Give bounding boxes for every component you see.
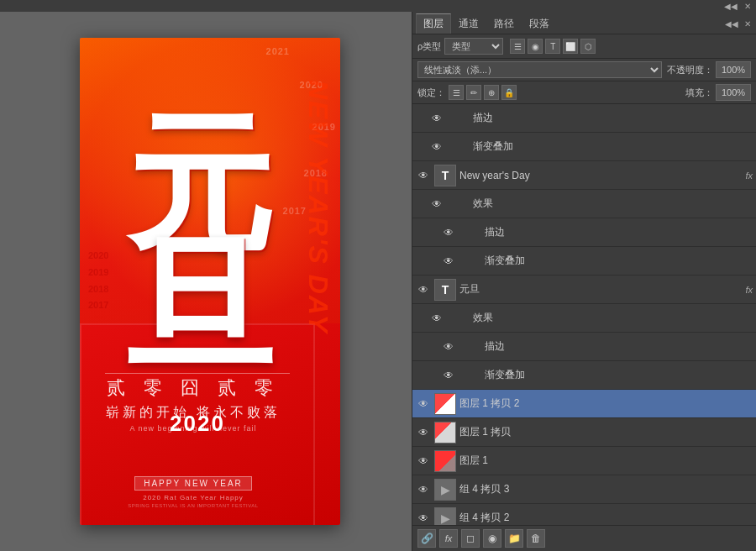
fill-input[interactable] bbox=[716, 84, 751, 101]
eye-icon-13[interactable]: 👁 bbox=[416, 454, 431, 469]
adjustment-btn[interactable]: ◉ bbox=[483, 529, 501, 548]
layer-1[interactable]: 👁 图层 1 bbox=[412, 447, 756, 475]
layer-miao-bian-3[interactable]: 👁 描边 bbox=[412, 333, 756, 361]
blend-mode-select[interactable]: 线性减淡（添...） bbox=[417, 61, 662, 78]
eye-icon-5[interactable]: 👁 bbox=[441, 225, 456, 240]
subtitle-cn-1: 贰 零 囧 贰 零 bbox=[97, 375, 290, 401]
fill-control: 填充： bbox=[685, 84, 751, 101]
layer-new-years-day[interactable]: 👁 T New year's Day fx bbox=[412, 161, 756, 190]
layers-panel: 图层 通道 路径 段落 ◀◀ ✕ ρ类型 类型 ☰ ◉ T ⬜ ⬡ bbox=[412, 12, 756, 551]
layer-gradient-overlay-1[interactable]: 👁 渐变叠加 bbox=[412, 133, 756, 161]
layer-thumb-text-1: T bbox=[434, 165, 456, 186]
lock-icon-draw[interactable]: ✏ bbox=[466, 85, 481, 100]
eye-icon-11[interactable]: 👁 bbox=[416, 396, 431, 412]
filter-icon-smart[interactable]: ⬡ bbox=[580, 39, 596, 54]
layer-name-gradient-3: 渐变叠加 bbox=[485, 368, 753, 382]
subtitle-en: A new beginning will never fail bbox=[97, 424, 290, 433]
eye-icon-7[interactable]: 👁 bbox=[416, 282, 431, 297]
eye-icon-14[interactable]: 👁 bbox=[416, 482, 431, 497]
filter-icon-list[interactable]: ☰ bbox=[510, 39, 525, 54]
bottom-section: HAPPY NEW YEAR 2020 Rat Gate Year Happy … bbox=[97, 475, 290, 508]
eye-icon-1[interactable]: 👁 bbox=[429, 111, 444, 126]
opacity-input[interactable] bbox=[716, 61, 751, 78]
tab-layers[interactable]: 图层 bbox=[416, 13, 451, 34]
year-2021: 2021 bbox=[266, 46, 290, 56]
filter-select[interactable]: 类型 bbox=[444, 38, 503, 55]
subtitle-cn-2: 崭新的开始 将永不败落 bbox=[97, 404, 290, 422]
layer-copy-2[interactable]: 👁 图层 1 拷贝 2 bbox=[412, 390, 756, 418]
happy-banner: HAPPY NEW YEAR bbox=[134, 476, 252, 491]
panel-tabs: 图层 通道 路径 段落 ◀◀ ✕ bbox=[412, 12, 756, 34]
filter-icon-text[interactable]: T bbox=[545, 39, 560, 54]
eye-icon-10[interactable]: 👁 bbox=[441, 368, 456, 383]
eye-icon-3[interactable]: 👁 bbox=[416, 168, 431, 183]
poster: 2021 2020 2019 2018 2017 NEW YEAR'S DAY … bbox=[80, 38, 340, 525]
main-area: 2021 2020 2019 2018 2017 NEW YEAR'S DAY … bbox=[0, 12, 756, 551]
lock-icon-lock[interactable]: 🔒 bbox=[501, 85, 517, 100]
panel-collapse-btns: ◀◀ ✕ bbox=[723, 13, 753, 34]
tab-channels[interactable]: 通道 bbox=[451, 13, 486, 34]
bottom-line-1: 2020 Rat Gate Year Happy bbox=[97, 494, 290, 501]
vertical-text: NEW YEAR'S DAY bbox=[302, 80, 333, 334]
main-characters: 元 2020 旦 bbox=[97, 122, 298, 372]
subtitle-area: 贰 零 囧 贰 零 崭新的开始 将永不败落 A new beginning wi… bbox=[97, 375, 290, 433]
mask-btn[interactable]: ◻ bbox=[461, 529, 480, 548]
group-btn[interactable]: 📁 bbox=[505, 529, 523, 548]
layer-thumb-copy-1 bbox=[434, 422, 456, 443]
close-btn[interactable]: ✕ bbox=[743, 2, 753, 11]
layer-effect-2[interactable]: 👁 效果 bbox=[412, 304, 756, 333]
layer-yuan-dan[interactable]: 👁 T 元旦 fx bbox=[412, 276, 756, 304]
delete-btn[interactable]: 🗑 bbox=[527, 529, 545, 548]
panel-bottom-toolbar: 🔗 fx ◻ ◉ 📁 🗑 bbox=[412, 525, 756, 551]
filter-icon-circle[interactable]: ◉ bbox=[528, 39, 543, 54]
layer-copy-1[interactable]: 👁 图层 1 拷贝 bbox=[412, 418, 756, 447]
layer-thumb-text-2: T bbox=[434, 279, 456, 301]
opacity-control: 不透明度： bbox=[667, 61, 751, 78]
layer-name-1: 图层 1 bbox=[459, 454, 753, 468]
filter-label: ρ类型 bbox=[417, 40, 441, 53]
canvas-area: 2021 2020 2019 2018 2017 NEW YEAR'S DAY … bbox=[0, 12, 412, 551]
filter-icon-shape[interactable]: ⬜ bbox=[563, 39, 578, 54]
filter-row: ρ类型 类型 ☰ ◉ T ⬜ ⬡ bbox=[412, 34, 756, 59]
layer-name-gradient-1: 渐变叠加 bbox=[473, 139, 753, 154]
link-btn[interactable]: 🔗 bbox=[417, 529, 436, 548]
lock-icons: ☰ ✏ ⊕ 🔒 bbox=[449, 85, 517, 100]
eye-icon-12[interactable]: 👁 bbox=[416, 425, 431, 440]
eye-icon-15[interactable]: 👁 bbox=[416, 511, 431, 526]
layer-thumb-1 bbox=[434, 450, 456, 472]
layer-thumb-copy-2 bbox=[434, 393, 456, 415]
layer-group-4-copy-2[interactable]: 👁 ▶ 组 4 拷贝 2 bbox=[412, 504, 756, 525]
eye-icon-2[interactable]: 👁 bbox=[429, 139, 444, 155]
layer-name-group-4-copy-2: 组 4 拷贝 2 bbox=[459, 511, 753, 525]
fill-label: 填充： bbox=[685, 87, 713, 99]
layers-list: 👁 描边 👁 渐变叠加 👁 T New year's Day fx bbox=[412, 104, 756, 525]
blend-opacity-row: 线性减淡（添...） 不透明度： bbox=[412, 59, 756, 81]
panel-collapse-close[interactable]: ✕ bbox=[743, 19, 753, 29]
layer-group-4-copy-3[interactable]: 👁 ▶ 组 4 拷贝 3 bbox=[412, 475, 756, 504]
layer-miao-bian-2[interactable]: 👁 描边 bbox=[412, 218, 756, 247]
eye-icon-8[interactable]: 👁 bbox=[429, 311, 444, 326]
eye-icon-4[interactable]: 👁 bbox=[429, 197, 444, 212]
filter-icons: ☰ ◉ T ⬜ ⬡ bbox=[510, 39, 596, 54]
layer-name-new-years-day: New year's Day bbox=[459, 170, 742, 181]
tab-paths[interactable]: 路径 bbox=[486, 13, 522, 34]
lock-icon-all[interactable]: ☰ bbox=[449, 85, 464, 100]
layer-miao-bian-1[interactable]: 👁 描边 bbox=[412, 104, 756, 133]
layer-gradient-overlay-2[interactable]: 👁 渐变叠加 bbox=[412, 247, 756, 276]
layer-name-miao-bian-1: 描边 bbox=[473, 111, 753, 125]
layer-effect-1[interactable]: 👁 效果 bbox=[412, 190, 756, 218]
layer-name-effect-1: 效果 bbox=[473, 197, 753, 211]
layer-gradient-overlay-3[interactable]: 👁 渐变叠加 bbox=[412, 361, 756, 390]
tab-paragraph[interactable]: 段落 bbox=[522, 13, 557, 34]
panel-collapse-left[interactable]: ◀◀ bbox=[723, 19, 740, 29]
layer-name-group-4-copy-3: 组 4 拷贝 3 bbox=[459, 482, 753, 496]
collapse-btn-left[interactable]: ◀◀ bbox=[722, 2, 739, 11]
lock-icon-move[interactable]: ⊕ bbox=[484, 85, 499, 100]
eye-icon-9[interactable]: 👁 bbox=[441, 339, 456, 354]
lock-row: 锁定： ☰ ✏ ⊕ 🔒 填充： bbox=[412, 81, 756, 104]
fx-icon-2: fx bbox=[745, 285, 753, 295]
layer-name-miao-bian-2: 描边 bbox=[485, 225, 753, 239]
fx-icon-1: fx bbox=[745, 171, 753, 181]
eye-icon-6[interactable]: 👁 bbox=[441, 254, 456, 269]
fx-btn[interactable]: fx bbox=[439, 529, 458, 548]
